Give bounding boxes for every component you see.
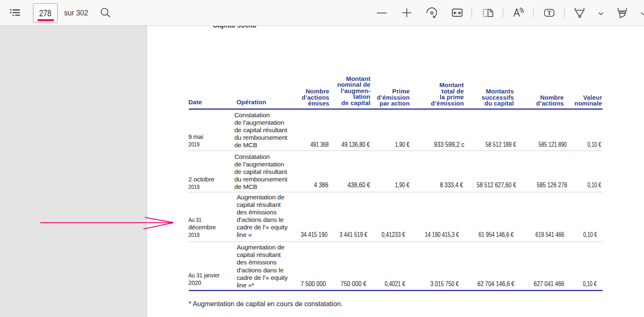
svg-text:T: T [547, 10, 551, 16]
